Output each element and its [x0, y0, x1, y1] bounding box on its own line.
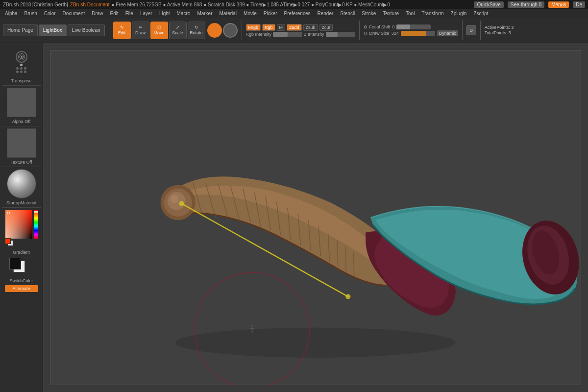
draw-size-icon: ◎ [364, 31, 368, 36]
rgb-intensity-fill [273, 32, 288, 37]
menus-button[interactable]: Menus [548, 1, 569, 8]
color-swatch-fg[interactable] [9, 258, 21, 270]
move-icon: ⬡ [157, 25, 161, 30]
rotate-tool-button[interactable]: ↻ Rotate [188, 22, 205, 39]
menu-texture[interactable]: Texture [380, 10, 402, 17]
svg-point-28 [179, 201, 184, 206]
menu-color[interactable]: Color [41, 10, 59, 17]
zadd-button[interactable]: Zadd [287, 24, 302, 31]
toolbar-divider-2 [242, 21, 242, 40]
model-viewport-svg [50, 50, 581, 385]
draw-size-label: Draw Size [369, 31, 390, 36]
menu-macro[interactable]: Macro [174, 10, 194, 17]
focal-shift-label: Focal Shift [369, 24, 391, 29]
hue-slider[interactable] [34, 210, 38, 239]
move-tool-button[interactable]: ⬡ Move [150, 22, 168, 39]
color-picker[interactable] [5, 210, 38, 241]
hue-marker [34, 211, 38, 213]
menu-layer[interactable]: Layer [137, 10, 155, 17]
panel-divider-1 [2, 85, 41, 86]
seethrough-button[interactable]: See-through 0 [508, 1, 544, 8]
total-points-row: TotalPoints: 3 [485, 30, 514, 35]
dot-7 [24, 71, 26, 73]
draw-icon: ✏ [139, 25, 143, 30]
draw-size-fill [401, 31, 427, 36]
transpose-outer-circle [16, 51, 27, 63]
quicksave-button[interactable]: QuickSave [474, 1, 503, 8]
alpha-preview[interactable] [7, 88, 36, 117]
menu-movie[interactable]: Movie [241, 10, 260, 17]
menu-zscript[interactable]: Zscript [470, 10, 491, 17]
mid-group: Mrgb Rgb M Zadd Zsub Zcut Rgb Intensity … [246, 24, 355, 37]
draw-size-slider[interactable] [401, 31, 435, 36]
round-btn-1[interactable] [207, 23, 222, 38]
rgb-button[interactable]: Rgb [262, 24, 275, 31]
menu-preferences[interactable]: Preferences [281, 10, 314, 17]
texture-label: Texture Off [11, 160, 32, 165]
menu-file[interactable]: File [122, 10, 136, 17]
menu-edit[interactable]: Edit [107, 10, 122, 17]
focal-shift-value: 0 [392, 24, 394, 29]
active-points-label: ActivePoints: [485, 25, 510, 30]
left-tip [161, 185, 196, 220]
menu-material[interactable]: Material [217, 10, 240, 17]
focal-group: ⊙ Focal Shift 0 ◎ Draw Size 324 Dynamic [364, 24, 458, 36]
draw-tool-button[interactable]: ✏ Draw [132, 22, 149, 39]
points-group: ActivePoints: 3 TotalPoints: 3 [485, 25, 514, 35]
round-btn-2[interactable] [223, 23, 238, 38]
active-points-row: ActivePoints: 3 [485, 25, 514, 30]
alternate-button[interactable]: Alternate [5, 285, 38, 292]
menu-alpha[interactable]: Alpha [2, 10, 21, 17]
dot-6 [20, 71, 23, 73]
total-points-value: 3 [509, 30, 511, 35]
top-mid-row: Mrgb Rgb M Zadd Zsub Zcut [246, 24, 355, 31]
gradient-label: Gradient [13, 250, 30, 255]
nav-section: Home Page LightBox Live Boolean [3, 24, 105, 36]
round-btn-section [207, 23, 238, 38]
transpose-section [7, 47, 36, 76]
bottom-mid-row: Rgb Intensity Z Intensity [246, 32, 355, 37]
menu-zplugin[interactable]: Zplugin [448, 10, 470, 17]
liveboolean-button[interactable]: Live Boolean [68, 24, 105, 36]
menu-marker[interactable]: Marker [194, 10, 215, 17]
scale-tool-button[interactable]: ⤢ Scale [169, 22, 187, 39]
material-preview[interactable] [7, 169, 36, 198]
panel-divider-3 [2, 167, 41, 167]
d-button[interactable]: D [466, 25, 476, 35]
menu-draw[interactable]: Draw [89, 10, 106, 17]
menu-picker[interactable]: Picker [261, 10, 280, 17]
z-intensity-slider[interactable] [326, 32, 355, 37]
menu-stencil[interactable]: Stencil [337, 10, 358, 17]
color-overlay [5, 210, 32, 239]
rgb-intensity-slider[interactable] [273, 32, 302, 37]
svg-point-26 [171, 195, 178, 203]
menu-transform[interactable]: Transform [418, 10, 446, 17]
edit-tool-button[interactable]: ✎ Edit [113, 22, 131, 39]
z-intensity-fill [326, 32, 338, 37]
color-square[interactable] [5, 210, 32, 239]
menu-document[interactable]: Document [60, 10, 88, 17]
texture-preview[interactable] [7, 128, 36, 158]
scale-icon: ⤢ [176, 25, 180, 30]
canvas-area[interactable] [43, 43, 588, 392]
homepage-button[interactable]: Home Page [3, 24, 38, 36]
m-button[interactable]: M [277, 24, 286, 31]
viewport[interactable] [50, 50, 581, 385]
menu-brush[interactable]: Brush [22, 10, 40, 17]
menu-stroke[interactable]: Stroke [359, 10, 379, 17]
menu-render[interactable]: Render [315, 10, 337, 17]
zsub-button[interactable]: Zsub [303, 24, 318, 31]
dot-4 [24, 67, 26, 70]
transpose-label: Transpose [11, 78, 31, 83]
dynamic-button[interactable]: Dynamic [437, 30, 458, 36]
menu-tool[interactable]: Tool [403, 10, 417, 17]
focal-shift-icon: ⊙ [364, 24, 368, 29]
zcut-button[interactable]: Zcut [319, 24, 333, 31]
dot-3 [20, 67, 23, 70]
focal-shift-slider[interactable] [396, 24, 431, 29]
total-points-label: TotalPoints: [485, 30, 508, 35]
de-button[interactable]: De [573, 1, 585, 8]
mrgb-button[interactable]: Mrgb [246, 24, 261, 31]
menu-light[interactable]: Light [156, 10, 173, 17]
lightbox-button[interactable]: LightBox [39, 24, 67, 36]
